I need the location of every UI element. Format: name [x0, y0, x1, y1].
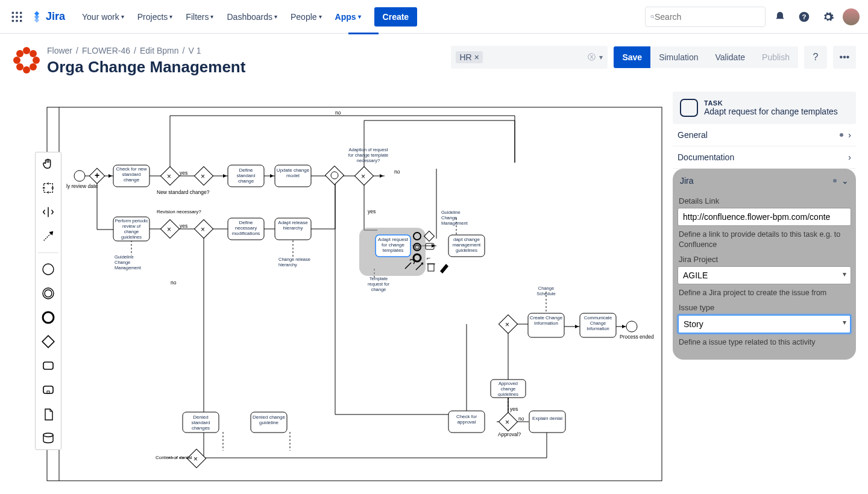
svg-text:×: × [201, 172, 205, 181]
status-dot-icon [840, 133, 843, 137]
svg-rect-5 [20, 16, 22, 17]
settings-icon[interactable] [819, 7, 838, 27]
task-type-label: TASK [704, 99, 838, 107]
svg-point-20 [30, 63, 37, 70]
svg-text:no: no [171, 280, 177, 286]
breadcrumb-version[interactable]: V 1 [188, 46, 201, 55]
properties-header: TASK Adapt request for change templates [673, 92, 856, 124]
search-input[interactable] [655, 12, 760, 22]
label-change-schedule: Change Schedule [530, 286, 562, 296]
palette-hand-tool[interactable] [40, 156, 56, 172]
tag-clear-icon[interactable]: ⓧ [588, 52, 596, 63]
jira-project-help: Define a Jira project to create the issu… [679, 288, 850, 298]
save-button[interactable]: Save [614, 46, 650, 68]
details-link-input[interactable] [678, 208, 851, 226]
nav-apps[interactable]: Apps▾ [329, 7, 367, 27]
bpmn-start-event[interactable] [74, 170, 85, 181]
section-jira[interactable]: Jira ⌄ [678, 172, 851, 192]
jira-project-select[interactable]: AGILE [678, 266, 851, 284]
svg-point-17 [16, 50, 24, 57]
issue-type-label: Issue type [679, 303, 850, 312]
bpmn-end-event[interactable] [626, 321, 637, 332]
palette-subprocess[interactable] [40, 382, 56, 398]
palette-end-event[interactable] [40, 310, 56, 325]
svg-text:×: × [505, 320, 509, 329]
palette-task[interactable] [40, 358, 56, 374]
svg-text:×: × [201, 225, 205, 234]
app-switcher-icon[interactable] [8, 8, 25, 25]
chevron-down-icon: ▾ [319, 13, 322, 20]
chevron-down-icon: ▾ [210, 13, 213, 20]
svg-point-19 [16, 63, 24, 70]
svg-text:×: × [193, 455, 198, 463]
tag-input[interactable]: HR× ⓧ ▾ [451, 46, 608, 69]
label-content-denial: Content of denial [156, 455, 192, 460]
label-review-date: ly review date [66, 183, 98, 189]
label-guideline-cm-1: Guideline Change Management [441, 210, 475, 226]
palette-space-tool[interactable] [40, 204, 56, 220]
context-help-button[interactable]: ? [804, 46, 827, 69]
bpmn-palette [35, 152, 61, 450]
label-template-req: Template request for change [362, 276, 395, 292]
chevron-right-icon: › [848, 152, 851, 162]
svg-text:no: no [394, 169, 400, 175]
section-general[interactable]: General › [673, 124, 856, 146]
palette-start-event[interactable] [40, 261, 56, 277]
svg-point-84 [43, 312, 54, 323]
palette-data-store[interactable] [40, 430, 56, 446]
chevron-down-icon: ▾ [121, 13, 124, 20]
palette-intermediate-event[interactable] [40, 286, 56, 301]
svg-point-81 [43, 264, 54, 275]
nav-projects[interactable]: Projects▾ [131, 7, 179, 27]
label-new-std-q: New standard change? [157, 189, 210, 195]
user-avatar[interactable] [843, 8, 860, 25]
validate-button[interactable]: Validate [707, 46, 754, 68]
details-link-help: Define a link to provide details to this… [679, 230, 850, 250]
pad-annotation-icon[interactable]: ⌐ [427, 254, 430, 261]
palette-connect-tool[interactable] [40, 228, 56, 244]
chevron-down-icon: ⌄ [841, 176, 849, 186]
breadcrumb-action[interactable]: Edit Bpmn [140, 46, 179, 55]
task-name: Adapt request for change templates [704, 107, 838, 116]
chevron-down-icon: ▾ [274, 13, 277, 20]
nav-your-work[interactable]: Your work▾ [76, 7, 130, 27]
svg-rect-86 [43, 362, 53, 369]
global-search[interactable] [645, 7, 766, 27]
action-button-group: Save Simulation Validate Publish [614, 46, 798, 68]
chevron-down-icon: ▾ [169, 13, 172, 20]
svg-point-83 [45, 290, 52, 297]
label-approval-q: Approval? [498, 431, 521, 437]
breadcrumb-project[interactable]: Flower [47, 46, 72, 55]
issue-type-select[interactable]: Story [678, 314, 851, 334]
publish-button: Publish [753, 46, 798, 68]
more-actions-button[interactable]: ••• [833, 46, 856, 69]
palette-lasso-tool[interactable] [40, 180, 56, 196]
svg-text:yes: yes [180, 223, 187, 229]
help-icon[interactable]: ? [794, 7, 814, 27]
nav-dashboards[interactable]: Dashboards▾ [221, 7, 283, 27]
svg-text:yes: yes [510, 406, 518, 412]
jira-logo[interactable]: Jira [30, 10, 65, 23]
section-documentation[interactable]: Documentation › [673, 146, 856, 169]
simulation-button[interactable]: Simulation [650, 46, 706, 68]
svg-point-9 [651, 15, 653, 17]
tag-remove-icon[interactable]: × [474, 52, 479, 62]
svg-point-21 [23, 57, 30, 64]
palette-data-object[interactable] [40, 406, 56, 422]
task-type-icon [680, 99, 698, 117]
chevron-down-icon[interactable]: ▾ [599, 53, 603, 61]
label-guideline-cm-2: Guideline Change Management [115, 254, 148, 270]
svg-rect-1 [16, 11, 17, 13]
nav-filters[interactable]: Filters▾ [180, 7, 219, 27]
nav-people[interactable]: People▾ [285, 7, 328, 27]
svg-rect-4 [16, 16, 17, 17]
create-button[interactable]: Create [374, 7, 418, 27]
svg-text:yes: yes [368, 208, 376, 214]
notifications-icon[interactable] [770, 7, 790, 27]
palette-gateway[interactable] [40, 334, 56, 349]
breadcrumb-issue[interactable]: FLOWER-46 [82, 46, 130, 55]
tag-hr[interactable]: HR× [456, 51, 482, 63]
svg-text:×: × [167, 225, 171, 234]
bpmn-canvas[interactable]: ly review date + Check for new standard … [35, 92, 674, 489]
breadcrumbs: Flower/ FLOWER-46/ Edit Bpmn/ V 1 [47, 46, 245, 55]
